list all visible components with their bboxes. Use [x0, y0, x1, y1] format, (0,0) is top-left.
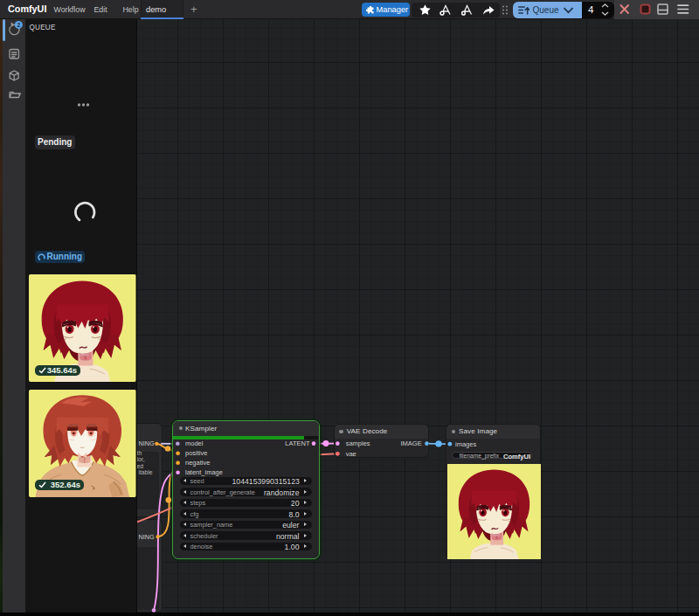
svg-text:2: 2 [17, 22, 20, 28]
